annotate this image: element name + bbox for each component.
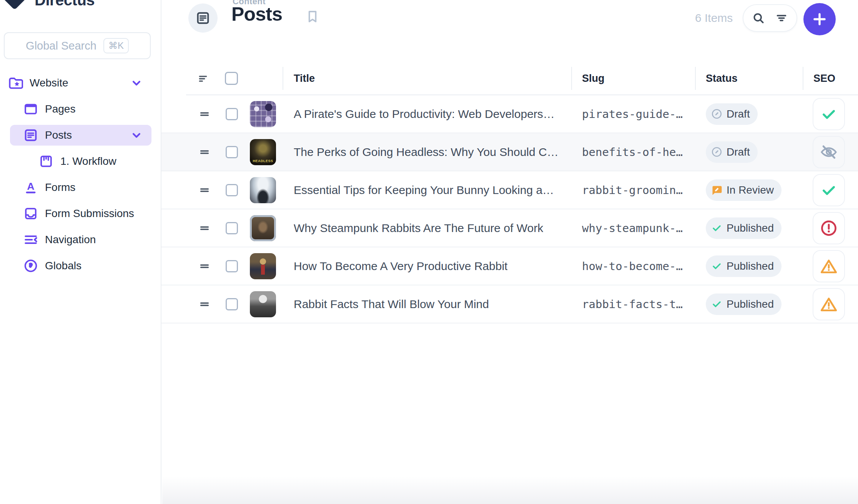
row-checkbox[interactable] <box>226 184 238 196</box>
status-icon <box>711 260 723 272</box>
drag-handle-icon[interactable] <box>198 298 211 310</box>
drag-handle-icon[interactable] <box>198 260 211 272</box>
seo-status-icon <box>820 143 838 161</box>
article-icon <box>195 10 211 26</box>
seo-status-icon <box>820 219 838 237</box>
status-label: Draft <box>727 108 750 120</box>
row-slug: how-to-become-… <box>582 260 683 273</box>
global-search-input[interactable]: Global Search ⌘K <box>4 32 151 59</box>
seo-indicator[interactable] <box>813 98 845 130</box>
sidebar-item-posts[interactable]: Posts <box>0 122 161 148</box>
seo-status-icon <box>820 181 838 199</box>
items-count: 6 Items <box>695 12 733 25</box>
sidebar-item-label: 1. Workflow <box>60 155 116 167</box>
drag-handle-icon[interactable] <box>198 222 211 234</box>
sidebar-item-workflow[interactable]: 1. Workflow <box>0 148 161 174</box>
status-icon <box>711 222 723 234</box>
collection-icon-button[interactable] <box>188 3 218 33</box>
row-thumbnail <box>250 291 276 317</box>
row-checkbox[interactable] <box>226 298 238 310</box>
select-all-checkbox[interactable] <box>225 72 238 85</box>
drag-handle-icon[interactable] <box>198 184 211 196</box>
row-slug: rabbit-groomin… <box>582 184 683 197</box>
drag-handle-icon[interactable] <box>198 146 211 158</box>
row-title: How To Become A Very Productive Rabbit <box>294 260 507 273</box>
plus-icon <box>811 10 828 28</box>
sidebar-item-form-submissions[interactable]: Form Submissions <box>0 201 161 227</box>
seo-indicator[interactable] <box>813 136 845 168</box>
column-header-status[interactable]: Status <box>706 73 738 85</box>
row-thumbnail <box>250 177 276 203</box>
search-icon[interactable] <box>752 11 765 25</box>
row-slug: why-steampunk-… <box>582 222 683 235</box>
sidebar-item-label: Globals <box>45 260 81 272</box>
row-checkbox[interactable] <box>226 222 238 234</box>
row-checkbox[interactable] <box>226 146 238 158</box>
status-icon <box>711 298 723 310</box>
globe-icon <box>23 258 38 274</box>
article-icon <box>23 128 38 143</box>
column-header-seo[interactable]: SEO <box>813 73 835 85</box>
row-thumbnail <box>250 101 276 127</box>
seo-indicator[interactable] <box>813 250 845 282</box>
search-shortcut-badge: ⌘K <box>103 38 129 53</box>
menu-open-icon <box>23 232 38 247</box>
sidebar-item-label: Form Submissions <box>45 207 134 220</box>
window-icon <box>23 101 38 117</box>
sidebar: Directus Global Search ⌘K Website Pages … <box>0 0 161 504</box>
thumbnail-caption: HEADLESS <box>250 159 276 163</box>
sidebar-item-label: Website <box>30 77 68 89</box>
add-item-button[interactable] <box>803 3 836 35</box>
status-badge: In Review <box>706 179 782 201</box>
filter-icon[interactable] <box>775 11 788 25</box>
status-label: In Review <box>727 184 774 196</box>
row-title: Essential Tips for Keeping Your Bunny Lo… <box>294 184 554 197</box>
seo-indicator[interactable] <box>813 288 845 320</box>
status-icon <box>711 108 723 120</box>
row-checkbox[interactable] <box>226 260 238 272</box>
status-badge: Draft <box>706 103 758 125</box>
status-icon <box>711 184 723 196</box>
seo-status-icon <box>820 105 838 123</box>
column-divider[interactable] <box>803 67 803 90</box>
seo-status-icon <box>820 295 838 313</box>
chevron-down-icon[interactable] <box>129 76 144 90</box>
bottom-scroll-fade <box>162 476 858 504</box>
status-badge: Published <box>706 255 782 277</box>
global-search-placeholder: Global Search <box>26 40 96 52</box>
sidebar-item-label: Posts <box>45 129 72 141</box>
row-thumbnail <box>250 253 276 279</box>
seo-indicator[interactable] <box>813 174 845 206</box>
directus-logo-icon[interactable] <box>2 0 28 10</box>
status-badge: Published <box>706 217 782 239</box>
sidebar-item-forms[interactable]: Forms <box>0 174 161 201</box>
brand-name: Directus <box>35 0 95 9</box>
status-badge: Published <box>706 293 782 315</box>
status-icon <box>711 146 723 158</box>
bookmark-icon[interactable] <box>304 8 321 25</box>
seo-indicator[interactable] <box>813 212 845 244</box>
column-divider[interactable] <box>695 67 696 90</box>
status-badge: Draft <box>706 141 758 163</box>
column-divider[interactable] <box>571 67 572 90</box>
row-thumbnail: HEADLESS <box>250 139 276 165</box>
row-title: Rabbit Facts That Will Blow Your Mind <box>294 298 489 311</box>
chevron-down-icon[interactable] <box>129 128 144 143</box>
row-thumbnail <box>250 215 276 241</box>
column-header-slug[interactable]: Slug <box>582 73 605 85</box>
sidebar-item-globals[interactable]: Globals <box>0 253 161 279</box>
row-checkbox[interactable] <box>226 108 238 120</box>
page-title: Posts <box>231 3 282 25</box>
column-header-title[interactable]: Title <box>294 73 315 85</box>
sidebar-item-label: Forms <box>45 181 75 194</box>
manual-sort-icon[interactable] <box>198 73 210 85</box>
status-label: Published <box>727 298 774 310</box>
row-title: The Perks of Going Headless: Why You Sho… <box>294 146 559 159</box>
row-slug: pirates-guide-… <box>582 108 683 121</box>
sidebar-item-pages[interactable]: Pages <box>0 96 161 122</box>
sidebar-item-navigation[interactable]: Navigation <box>0 227 161 253</box>
drag-handle-icon[interactable] <box>198 108 211 120</box>
column-divider[interactable] <box>283 67 283 90</box>
inbox-icon <box>23 206 38 221</box>
sidebar-item-website[interactable]: Website <box>0 70 161 96</box>
